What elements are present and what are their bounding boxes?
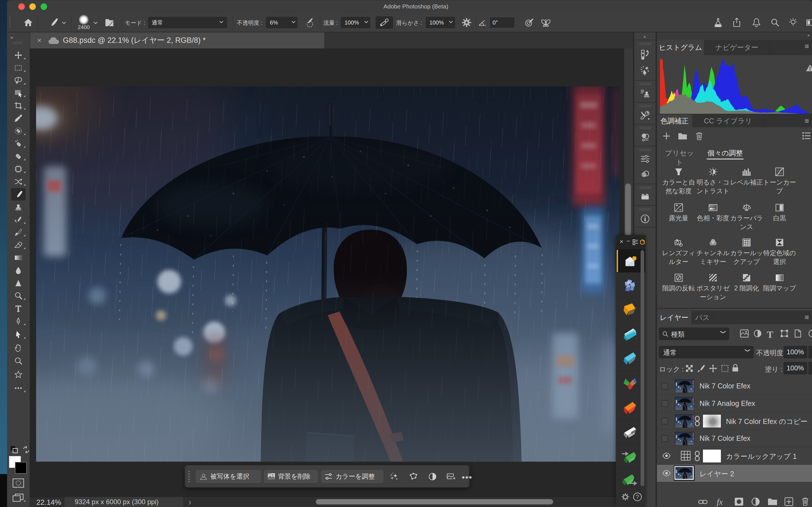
svg-text:?: ?: [636, 494, 639, 500]
